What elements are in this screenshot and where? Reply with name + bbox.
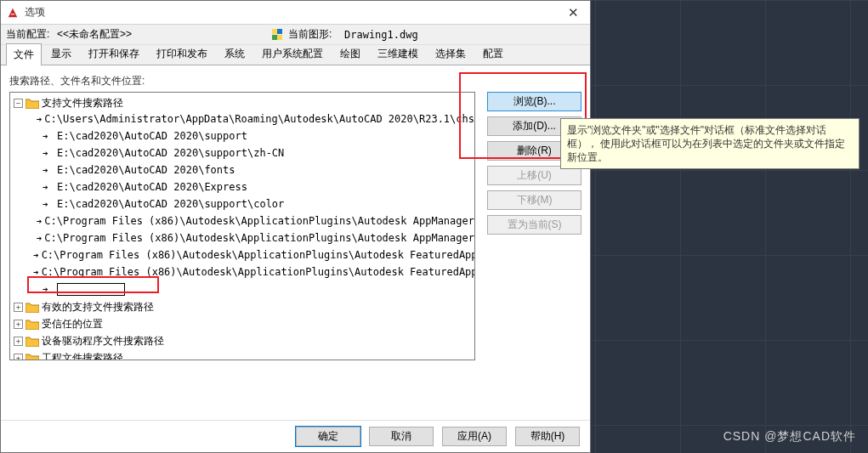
tree-folder[interactable]: +有效的支持文件搜索路径 [14,299,474,314]
current-drawing-label: 当前图形: [288,27,344,42]
tree-folder[interactable]: +工程文件搜索路径 [14,350,474,360]
path-icon [37,217,43,226]
path-item[interactable]: C:\Users\Administrator\AppData\Roaming\A… [31,111,474,127]
path-icon [33,251,39,260]
expand-icon[interactable]: + [14,320,23,329]
path-item[interactable]: E:\cad2020\AutoCAD 2020\support [31,128,474,144]
path-item[interactable]: E:\cad2020\AutoCAD 2020\support\zh-CN [31,145,474,161]
folder-icon [26,319,39,330]
expand-icon[interactable]: + [14,337,23,346]
path-item[interactable]: C:\Program Files (x86)\Autodesk\Applicat… [31,264,474,280]
tooltip: 显示"浏览文件夹"或"选择文件"对话框（标准文件选择对话框）， 使用此对话框可以… [560,118,859,169]
tooltip-line2: 使用此对话框可以为在列表中选定的文件夹或文件指定新位置。 [567,138,845,163]
help-button[interactable]: 帮助(H) [515,427,580,446]
folder-icon [26,98,39,109]
tab-content: 搜索路径、文件名和文件位置: − 支持文件搜索路径 C:\Users\Admin… [1,65,590,420]
section-label: 搜索路径、文件名和文件位置: [9,74,582,88]
path-icon [37,115,43,124]
tab-user[interactable]: 用户系统配置 [254,42,331,65]
tab-3d[interactable]: 三维建模 [370,42,426,65]
path-icon [43,166,54,175]
expand-icon[interactable]: + [14,303,23,312]
path-icon [43,285,54,294]
current-profile-value: <<未命名配置>> [57,27,269,42]
tab-drafting[interactable]: 绘图 [332,42,368,65]
tree-root-label: 支持文件搜索路径 [42,96,123,110]
current-profile-label: 当前配置: [6,27,57,42]
dialog-footer: 确定 取消 应用(A) 帮助(H) [1,420,590,452]
path-item[interactable]: E:\cad2020\AutoCAD 2020\support\color [31,196,474,212]
path-icon [43,149,54,158]
setcurrent-button[interactable]: 置为当前(S) [487,215,582,235]
window-title: 选项 [25,5,556,20]
apply-button[interactable]: 应用(A) [442,427,507,446]
new-path-input[interactable] [57,283,125,296]
titlebar: 选项 ✕ [1,1,590,25]
options-dialog: 选项 ✕ 当前配置: <<未命名配置>> 当前图形: Drawing1.dwg … [0,0,591,453]
new-path-item[interactable] [31,281,474,297]
folder-icon [26,302,39,313]
tab-profiles[interactable]: 配置 [475,42,511,65]
path-icon [43,183,54,192]
tree-root-support-paths[interactable]: − 支持文件搜索路径 [14,95,474,110]
collapse-icon[interactable]: − [14,99,23,108]
path-item[interactable]: C:\Program Files (x86)\Autodesk\Applicat… [31,230,474,246]
movedown-button[interactable]: 下移(M) [487,190,582,210]
path-icon [33,268,39,277]
ok-button[interactable]: 确定 [296,427,360,446]
browse-button[interactable]: 浏览(B)... [487,92,582,111]
current-drawing-value: Drawing1.dwg [344,29,418,41]
tab-system[interactable]: 系统 [217,42,252,65]
cancel-button[interactable]: 取消 [369,427,434,446]
path-icon [43,132,54,141]
svg-rect-1 [277,29,282,34]
tab-files[interactable]: 文件 [6,43,42,65]
folder-icon [26,353,39,361]
path-item[interactable]: C:\Program Files (x86)\Autodesk\Applicat… [31,247,474,263]
dwg-icon [269,29,285,41]
path-icon [37,234,43,243]
tree-folder[interactable]: +设备驱动程序文件搜索路径 [14,333,474,348]
close-button[interactable]: ✕ [556,2,590,24]
tab-display[interactable]: 显示 [43,42,79,65]
expand-icon[interactable]: + [14,354,23,361]
path-item[interactable]: C:\Program Files (x86)\Autodesk\Applicat… [31,213,474,229]
tab-bar: 文件 显示 打开和保存 打印和发布 系统 用户系统配置 绘图 三维建模 选择集 … [1,45,590,65]
path-item[interactable]: E:\cad2020\AutoCAD 2020\Express [31,179,474,195]
path-item[interactable]: E:\cad2020\AutoCAD 2020\fonts [31,162,474,178]
tree-folder[interactable]: +受信任的位置 [14,316,474,331]
svg-rect-3 [277,35,282,40]
watermark: CSDN @梦想CAD软件 [723,429,856,445]
tab-plot[interactable]: 打印和发布 [149,42,215,65]
svg-rect-0 [272,29,277,34]
path-icon [43,200,54,209]
tab-open-save[interactable]: 打开和保存 [81,42,147,65]
folder-icon [26,336,39,347]
svg-rect-2 [272,35,277,40]
tab-selection[interactable]: 选择集 [428,42,474,65]
search-paths-tree[interactable]: − 支持文件搜索路径 C:\Users\Administrator\AppDat… [9,92,475,360]
app-icon [1,7,25,19]
